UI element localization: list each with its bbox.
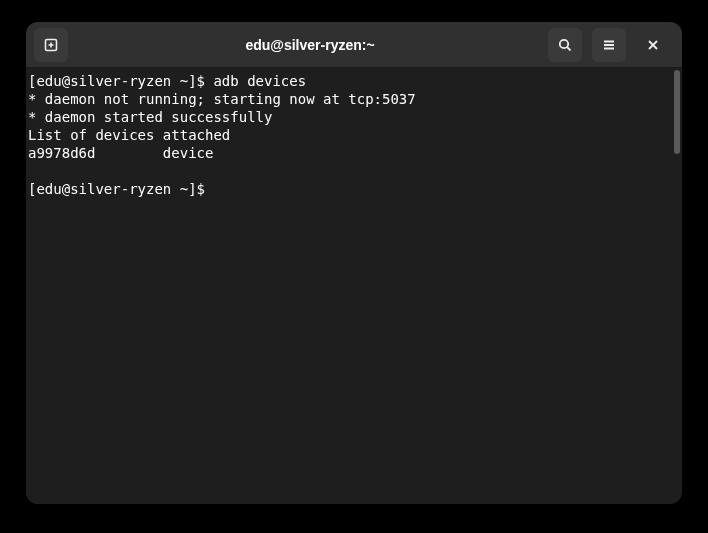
terminal-output[interactable]: [edu@silver-ryzen ~]$ adb devices * daem…	[26, 68, 672, 504]
new-tab-button[interactable]	[34, 28, 68, 62]
search-icon	[557, 37, 573, 53]
menu-button[interactable]	[592, 28, 626, 62]
hamburger-icon	[601, 37, 617, 53]
titlebar-right-group	[548, 28, 674, 62]
close-icon	[646, 38, 660, 52]
scrollbar[interactable]	[672, 68, 682, 504]
titlebar: edu@silver-ryzen:~	[26, 22, 682, 68]
svg-line-4	[567, 47, 570, 50]
scrollbar-thumb[interactable]	[674, 70, 680, 154]
window-title: edu@silver-ryzen:~	[72, 37, 548, 53]
svg-point-3	[560, 39, 568, 47]
close-button[interactable]	[636, 28, 670, 62]
terminal-area: [edu@silver-ryzen ~]$ adb devices * daem…	[26, 68, 682, 504]
new-tab-icon	[43, 37, 59, 53]
search-button[interactable]	[548, 28, 582, 62]
terminal-window: edu@silver-ryzen:~	[26, 22, 682, 504]
